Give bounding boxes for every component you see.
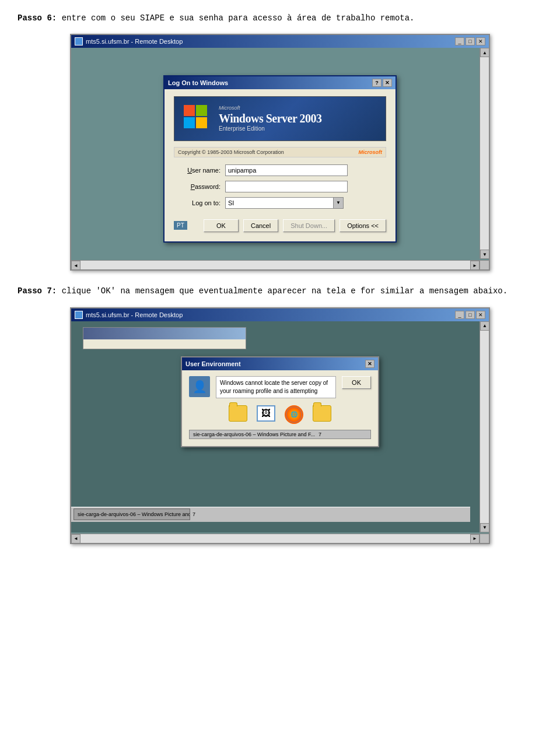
logonto-label: Log on to:	[174, 199, 220, 206]
flag-yellow	[196, 117, 207, 128]
step6-label: Passo 6:	[18, 13, 57, 23]
rd-scroll-left-btn-2[interactable]: ◄	[71, 534, 80, 543]
rd-titlebar-2: mts5.si.ufsm.br - Remote Desktop _ □ ✕	[71, 308, 489, 321]
rd-scroll-left-btn-1[interactable]: ◄	[71, 261, 80, 270]
rd-scroll-corner-2	[480, 534, 489, 543]
server-title: Windows Server 2003	[219, 111, 321, 125]
rd-close-btn-1[interactable]: ✕	[476, 37, 485, 45]
ue-ok-button[interactable]: OK	[342, 376, 371, 389]
rd-scrollbar-v-1[interactable]: ▲ ▼	[480, 48, 489, 259]
rd-scroll-down-btn-2[interactable]: ▼	[480, 523, 489, 532]
rd-minimize-btn-1[interactable]: _	[455, 37, 464, 45]
ok-button[interactable]: OK	[204, 219, 239, 232]
ws-title-text: Microsoft Windows Server 2003 Enterprise…	[219, 105, 321, 132]
ue-taskbar-text: sie-carga-de-arquivos-06 – Windows Pictu…	[193, 432, 315, 437]
login-dialog-buttons: PT OK Cancel Shut Down... Options <<	[174, 217, 386, 232]
logonto-dropdown-btn[interactable]: ▼	[333, 197, 344, 209]
ue-taskbar-number: 7	[318, 432, 321, 437]
login-dialog-titlebar: Log On to Windows ? ✕	[164, 76, 396, 89]
taskbar-item[interactable]: sie-carga-de-arquivos-06 – Windows Pictu…	[74, 508, 190, 520]
logonto-select-wrap: ▼	[225, 197, 348, 209]
rd-scroll-up-btn-2[interactable]: ▲	[480, 321, 489, 331]
remote-desktop-window-1: mts5.si.ufsm.br - Remote Desktop _ □ ✕ L…	[70, 34, 490, 271]
login-dialog-close-btn[interactable]: ✕	[383, 79, 392, 87]
password-label: Password:	[174, 183, 220, 190]
copyright-text: Copyright © 1985-2003 Microsoft Corporat…	[178, 149, 284, 155]
username-row: User name:	[174, 164, 386, 176]
rd-titlebar-1: mts5.si.ufsm.br - Remote Desktop _ □ ✕	[71, 35, 489, 48]
ue-message-text: Windows cannot locate the server copy of…	[216, 376, 336, 398]
rd-close-btn-2[interactable]: ✕	[476, 311, 485, 319]
rd-titlebar-left-1: mts5.si.ufsm.br - Remote Desktop	[75, 37, 183, 45]
rd-scrollbar-h-1[interactable]: ◄ ►	[71, 260, 480, 269]
cancel-button[interactable]: Cancel	[243, 219, 278, 232]
login-dialog-body: Microsoft Windows Server 2003 Enterprise…	[164, 89, 396, 241]
rd-scroll-right-btn-2[interactable]: ►	[470, 534, 480, 543]
ue-icon-img: 👤	[189, 376, 210, 397]
rd-minimize-btn-2[interactable]: _	[455, 311, 464, 319]
rd-titlebar-icon-1	[75, 37, 83, 45]
server-edition: Enterprise Edition	[219, 125, 321, 132]
rd-scroll-track-1	[480, 57, 489, 250]
ue-message-row: 👤 Windows cannot locate the server copy …	[189, 376, 371, 398]
rd-scrollbar-v-2[interactable]: ▲ ▼	[480, 321, 489, 532]
rd-scroll-track-2	[480, 331, 489, 523]
rd-maximize-btn-1[interactable]: □	[466, 37, 475, 45]
rd-titlebar-left-2: mts5.si.ufsm.br - Remote Desktop	[75, 311, 183, 319]
remote-desktop-window-2: mts5.si.ufsm.br - Remote Desktop _ □ ✕ s…	[70, 307, 490, 544]
rd-scroll-up-btn-1[interactable]: ▲	[480, 48, 489, 57]
desktop-icon-firefox: 🌐	[285, 405, 303, 424]
rd-titlebar-title-2: mts5.si.ufsm.br - Remote Desktop	[86, 311, 183, 318]
login-dialog-title: Log On to Windows	[168, 79, 228, 86]
rd-body-1: Log On to Windows ? ✕	[71, 48, 489, 269]
desktop-icon-folder2	[313, 405, 331, 424]
username-input[interactable]	[225, 164, 348, 176]
rd-titlebar-icon-2	[75, 311, 83, 319]
ms-label: Microsoft	[219, 105, 321, 111]
folder-icon-2	[313, 405, 331, 422]
ws-copyright: Copyright © 1985-2003 Microsoft Corporat…	[174, 147, 386, 157]
photo-icon: 🖼	[257, 405, 275, 422]
rd-scroll-corner-1	[480, 260, 489, 269]
shutdown-button[interactable]: Shut Down...	[283, 219, 335, 232]
rd-titlebar-buttons-1: _ □ ✕	[455, 37, 485, 45]
pt-badge: PT	[174, 221, 187, 230]
rd-scroll-h-track-2	[80, 534, 470, 543]
flag-blue	[184, 117, 195, 128]
desktop-icon-photo: 🖼	[257, 405, 275, 424]
password-input[interactable]	[225, 181, 348, 192]
rd-scrollbar-h-2[interactable]: ◄ ►	[71, 534, 480, 543]
rd-scroll-h-track-1	[80, 261, 470, 269]
ue-dialog: User Environment ✕ 👤 Windows cannot loca…	[181, 356, 379, 447]
logonto-input[interactable]	[225, 197, 333, 209]
flag-red	[184, 105, 195, 116]
step7-description: clique 'OK' na mensagem que eventualment…	[62, 286, 508, 296]
step6-text: Passo 6: entre com o seu SIAPE e sua sen…	[18, 12, 542, 24]
behind-partial-dialog	[83, 327, 246, 349]
ms-brand: Microsoft	[359, 149, 383, 155]
password-row: Password:	[174, 181, 386, 192]
win-login-dialog: Log On to Windows ? ✕	[163, 75, 397, 243]
ue-taskbar-label: sie-carga-de-arquivos-06 – Windows Pictu…	[189, 430, 371, 439]
taskbar-strip: sie-carga-de-arquivos-06 – Windows Pictu…	[71, 507, 470, 522]
flag-green	[196, 105, 207, 116]
rd-body-2: sie-carga-de-arquivos-06 – Windows Pictu…	[71, 321, 489, 543]
rd-scroll-down-btn-1[interactable]: ▼	[480, 250, 489, 259]
taskbar-number: 7	[192, 511, 195, 517]
rd-titlebar-title-1: mts5.si.ufsm.br - Remote Desktop	[86, 38, 183, 45]
firefox-icon: 🌐	[285, 405, 303, 424]
desktop-icon-folder1	[229, 405, 247, 424]
ue-dialog-close-btn[interactable]: ✕	[365, 360, 374, 368]
desktop-icons-row: 🖼 🌐	[189, 405, 371, 424]
logonto-row: Log on to: ▼	[174, 197, 386, 209]
ue-dialog-titlebar: User Environment ✕	[182, 357, 378, 370]
step7-text: Passo 7: clique 'OK' na mensagem que eve…	[18, 285, 542, 297]
ms-logo	[184, 105, 211, 132]
rd-scroll-right-btn-1[interactable]: ►	[470, 261, 480, 270]
ue-dialog-title: User Environment	[186, 360, 241, 367]
behind-partial-titlebar	[83, 328, 246, 339]
login-dialog-help-btn[interactable]: ?	[372, 79, 382, 87]
taskbar-item-label: sie-carga-de-arquivos-06 – Windows Pictu…	[78, 511, 190, 517]
rd-maximize-btn-2[interactable]: □	[466, 311, 475, 319]
options-button[interactable]: Options <<	[340, 219, 386, 232]
